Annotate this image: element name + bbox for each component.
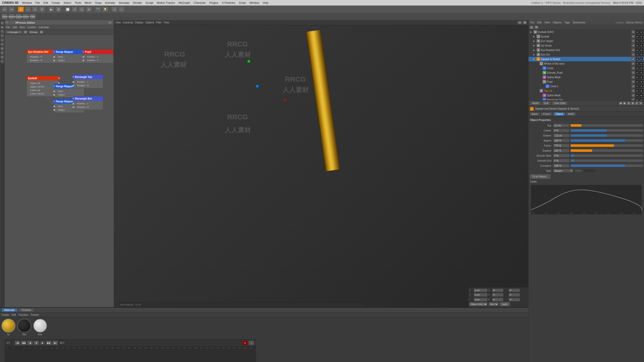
render-settings-btn[interactable]: ⚙ [55, 7, 61, 12]
prop-tab-coord[interactable]: Coord. [541, 112, 553, 116]
tree-tag-eye_ctrl[interactable]: ⊡ [631, 53, 635, 56]
vp-menu-display[interactable]: Display [135, 21, 143, 24]
tree-tag-eye_rotation_ref[interactable]: ⊡ [631, 48, 635, 52]
tree-vis-eyeball_zero[interactable]: ● [635, 30, 639, 34]
redo-btn[interactable]: ↪ [9, 7, 15, 12]
xpresso-max-btn[interactable]: □ [12, 21, 14, 24]
xpresso-menu-custom[interactable]: Custom [27, 26, 36, 29]
material-cy-ball[interactable] [2, 319, 15, 333]
tree-lock-top_lid[interactable]: ● [639, 89, 643, 93]
size-p-input[interactable]: 0" [492, 293, 503, 297]
prop-slider-7[interactable] [571, 159, 643, 162]
tree-tag-up_vector[interactable]: ⊡ [631, 44, 635, 47]
tree-lock-spline_mask2[interactable]: ● [639, 94, 643, 97]
tree-vis-eye_ctrl[interactable]: ● [635, 53, 639, 56]
tree-tag-eyeball[interactable]: ⊡ [631, 35, 635, 38]
rot-p-input[interactable]: 0° [509, 293, 520, 297]
tree-vis-top_lid[interactable]: ● [635, 89, 639, 93]
tree-tag-circle1[interactable]: ⊡ [631, 84, 635, 88]
prop-slider-6[interactable] [571, 154, 643, 157]
prop-slider-8[interactable] [571, 164, 643, 167]
tree-lock-eye_rotation_ref[interactable]: ● [639, 48, 643, 52]
spline-btn[interactable]: ∿ [72, 7, 78, 12]
tree-item-eyeball[interactable]: ▶ ○ Eyeball ⊡ ● ● [529, 34, 644, 39]
menu-tools[interactable]: Tools [75, 1, 81, 4]
x-manager-btn[interactable]: X-Manager ▼ [6, 30, 23, 34]
prop-slider-2[interactable] [571, 134, 643, 137]
obj-search-btn[interactable]: 🔍 [535, 26, 539, 29]
tree-vis-spline_mask[interactable]: ● [635, 75, 639, 79]
menu-render[interactable]: Render [133, 1, 142, 4]
vp-menu-options[interactable]: Options [145, 21, 154, 24]
menu-help[interactable]: Help [263, 1, 269, 4]
btn-keyframe[interactable]: ⬦ [249, 341, 254, 345]
obj-menu-bookmarks[interactable]: Bookmarks [573, 21, 585, 24]
prop-slider-3[interactable] [571, 139, 643, 142]
tree-item-top_lid[interactable]: ⊕ Top Lid ⊡ ● ● [529, 88, 644, 93]
sidebar-icon-7[interactable]: ✦ [1, 51, 4, 55]
menu-simulate[interactable]: Simulate [119, 1, 130, 4]
tree-item-up_vector[interactable]: ▶ ⊕ Up Vector ⊡ ● ● [529, 43, 644, 48]
menu-window2[interactable]: Window [249, 1, 259, 4]
tree-vis-extrude_pupil[interactable]: ● [635, 71, 639, 74]
tree-item-squash_stretch[interactable]: ▶ ≋ Squash & Stretch ⊡ ● ● [529, 57, 644, 61]
material-eye1-ball[interactable] [17, 319, 31, 333]
tree-lock-up_vector[interactable]: ● [639, 44, 643, 47]
prop-value-4[interactable]: 778 % [553, 144, 570, 147]
node-pupil[interactable]: Pupil Position . Y Position . X [83, 49, 113, 63]
prop-value-6[interactable]: 0 % [553, 154, 570, 157]
pos-y-input[interactable]: 0 cm [474, 293, 488, 297]
nurbs-btn[interactable]: ◻ [79, 7, 85, 12]
menu-window[interactable]: Window [22, 1, 32, 4]
node-range-mapper-1[interactable]: Range Mapper Input Output [54, 49, 84, 63]
obj-filter-btn[interactable]: ⊡ [530, 26, 534, 29]
move-btn[interactable]: ↔ [25, 7, 31, 12]
view-btn[interactable]: View [2, 14, 8, 19]
mode-tab-user-data[interactable]: User Data [552, 101, 568, 105]
tree-item-eyeball_zero[interactable]: ▶ ⊕ Eyeball ZERO ⊡ ● ● [529, 30, 644, 34]
prop-slider-4[interactable] [571, 144, 643, 147]
deformer-btn[interactable]: ≋ [86, 7, 92, 12]
fit-to-parent-btn[interactable]: Fit to Parent... [530, 174, 550, 179]
obj-menu-file[interactable]: File [530, 21, 534, 24]
vp-menu-filter[interactable]: Filter [156, 21, 162, 24]
menu-script[interactable]: Script [239, 1, 246, 4]
tree-item-eye_target[interactable]: ▶ ⊕ Eye Target ⊡ ● ● [529, 39, 644, 43]
vp-settings-btn[interactable]: ⚙ [523, 21, 527, 24]
sidebar-icon-4[interactable]: △ [1, 38, 4, 42]
tree-item-eye_ctrl[interactable]: ▶ ⊕ Eye Ctrl ⊡ ● ● [529, 52, 644, 57]
sidebar-icon-9[interactable]: ↕ [1, 60, 4, 63]
tree-vis-up_vector[interactable]: ● [635, 44, 639, 47]
sky-btn[interactable]: ○ [118, 7, 125, 12]
mode-tab-mode[interactable]: Mode [530, 101, 541, 105]
node-rectangle-top[interactable]: Rectangle Top Position . Y Rotation . B [73, 74, 103, 88]
mode-tab-edit[interactable]: Edit [542, 101, 551, 105]
menu-character[interactable]: Character [194, 1, 206, 4]
mat-function[interactable]: Function [18, 313, 28, 316]
prop-slider-5[interactable] [571, 149, 643, 152]
xpresso-tool-1[interactable]: ⊡ [23, 30, 27, 34]
tree-lock-squash_stretch[interactable]: ● [639, 57, 643, 61]
xpresso-menu-view[interactable]: View [19, 26, 25, 29]
vp-menu-view[interactable]: View [115, 21, 121, 24]
prop-icon-3[interactable]: ≡ [635, 102, 638, 105]
obj-menu-view[interactable]: View [544, 21, 550, 24]
menu-plugins[interactable]: Plugins [209, 1, 218, 4]
display-btn[interactable]: Display [16, 14, 22, 19]
xpresso-menu-edit[interactable]: Edit [13, 26, 17, 29]
tree-vis-spline_mask2[interactable]: ● [635, 94, 639, 97]
tree-lock-eye_ctrl[interactable]: ● [639, 53, 643, 56]
live-select-btn[interactable]: ✦ [18, 7, 24, 12]
tree-vis-squash_stretch[interactable]: ● [635, 57, 639, 61]
sidebar-icon-2[interactable]: ⬡ [1, 30, 4, 33]
viewport-control-green[interactable] [247, 60, 250, 63]
curve-graph[interactable]: 0.1 0.2 0.3 0.4 0.5 0.6 0.7 0.8 0.9 [531, 185, 642, 215]
tree-item-rectangle_top[interactable]: ▭ Rectangle Top ⊡ ● ● [529, 98, 644, 100]
prop-value-8[interactable]: 100 % [553, 164, 570, 167]
tree-item-circle[interactable]: ∿ Circle ⊡ ● ● [529, 66, 644, 70]
cube-btn[interactable]: ⬜ [65, 7, 71, 12]
tree-item-spline_mask2[interactable]: ⊡ Spline Mask ⊡ ● ● [529, 93, 644, 98]
tree-tag-whites_of_eyes[interactable]: ⊡ [631, 62, 635, 65]
tree-item-spline_mask[interactable]: ⊡ Spline Mask ⊡ ● ● [529, 75, 644, 79]
obj-menu-tags[interactable]: Tags [565, 21, 570, 24]
